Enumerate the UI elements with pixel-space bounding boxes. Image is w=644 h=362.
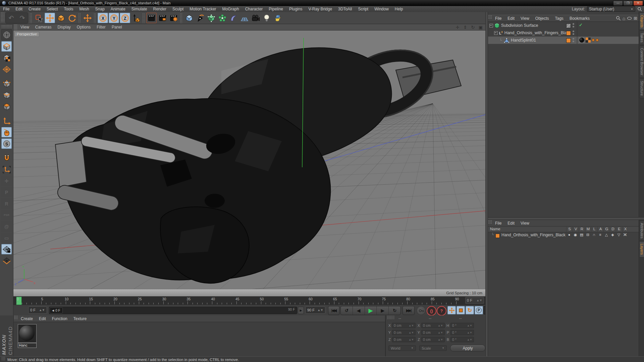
key-at-button[interactable]: @ <box>1 221 12 232</box>
rotation-h-field[interactable]: 0 °▲▼ <box>450 323 474 328</box>
material-menu-function[interactable]: Function <box>49 316 70 322</box>
layer-toggle-x-icon[interactable]: Ж <box>622 233 628 237</box>
layer-color-chip[interactable] <box>566 23 571 28</box>
visibility-dots[interactable] <box>573 31 574 35</box>
start-frame-field[interactable]: 0 F▲▼ <box>28 306 47 314</box>
timeline-ruler[interactable]: 0510152025303540455055606570758085900 F▲… <box>13 296 485 305</box>
goto-end-button[interactable]: ▶▶| <box>402 306 415 315</box>
quantize-magnet-button[interactable] <box>1 153 12 163</box>
expander-icon[interactable] <box>494 31 498 35</box>
toggle-view-icon[interactable]: ▣ <box>478 25 483 30</box>
camera-objects-button[interactable] <box>250 13 261 23</box>
tab-structure[interactable]: Structure <box>639 78 644 98</box>
render-picture-viewer-button[interactable] <box>157 13 168 23</box>
phong-dot-icon[interactable] <box>596 39 599 42</box>
filter-oval-icon[interactable] <box>627 16 632 21</box>
layer-color-chip[interactable] <box>566 31 571 36</box>
coordinate-space-select[interactable]: World▼ <box>388 345 416 351</box>
object-label[interactable]: Subdivision Surface <box>501 23 538 28</box>
cycle-forward-button[interactable]: ↻ <box>389 306 400 315</box>
current-frame-box[interactable]: 0 F▲▼ <box>465 297 484 304</box>
layer-toggle-a-icon[interactable]: ≡ <box>597 233 603 237</box>
menu-character[interactable]: Character <box>242 6 266 12</box>
menu-create[interactable]: Create <box>25 6 44 12</box>
end-frame-field[interactable]: 90 F▲▼ <box>305 306 325 314</box>
menu-sculpt[interactable]: Sculpt <box>169 6 186 12</box>
spline-pen-button[interactable] <box>195 13 205 23</box>
layer-toggle-m-icon[interactable]: ⊟ <box>585 233 591 237</box>
menu-pipeline[interactable]: Pipeline <box>266 6 286 12</box>
record-parameter-toggle[interactable]: P <box>475 306 483 314</box>
tab-takes[interactable]: Takes <box>639 31 644 45</box>
drag-handle[interactable] <box>1 12 5 22</box>
lock-y-axis-button[interactable]: Y <box>109 13 119 23</box>
enabled-check-icon[interactable]: ✓ <box>579 22 583 27</box>
next-frame-button[interactable]: ▶ <box>377 306 389 315</box>
layer-toggle-e-icon[interactable]: ▽ <box>616 233 622 237</box>
menu-motion-tracker[interactable]: Motion Tracker <box>186 6 219 12</box>
viewport-menu-display[interactable]: Display <box>54 24 73 30</box>
drag-handle[interactable] <box>14 315 18 319</box>
menu-render[interactable]: Render <box>150 6 169 12</box>
object-row[interactable]: └ HandSplint01 <box>488 37 639 44</box>
undo-button[interactable]: ↶ <box>6 13 16 23</box>
make-editable-button[interactable] <box>1 29 12 40</box>
home-icon[interactable]: ⌂ <box>623 16 625 21</box>
rotation-p-field[interactable]: 0 °▲▼ <box>450 330 474 335</box>
layer-color-chip[interactable] <box>566 38 571 43</box>
snap-settings-button[interactable]: S <box>1 138 12 149</box>
snap-toggle-button[interactable] <box>1 127 12 137</box>
object-label[interactable]: HandSplint01 <box>511 38 536 43</box>
goto-start-button[interactable]: |◀◀ <box>328 306 339 315</box>
material-tag-icon[interactable] <box>579 37 585 43</box>
position-x-field[interactable]: 0 cm▲▼ <box>392 323 416 328</box>
search-icon[interactable] <box>637 7 642 11</box>
texture-mode-button[interactable] <box>1 53 12 63</box>
drag-handle[interactable] <box>1 25 12 28</box>
copy-position-button[interactable]: P <box>1 187 12 197</box>
live-selection-tool[interactable] <box>34 13 44 23</box>
last-used-tool[interactable] <box>82 13 93 23</box>
layout-select[interactable]: Startup (User) ▼ <box>587 6 635 12</box>
vertical-splitter[interactable] <box>485 12 488 356</box>
render-settings-button[interactable] <box>168 13 179 23</box>
lock-z-axis-button[interactable]: Z <box>120 13 130 23</box>
scale-tool[interactable] <box>56 13 66 23</box>
autokeying-button[interactable]: ? <box>437 306 446 316</box>
copy-rotation-button[interactable]: R <box>1 198 12 209</box>
menu-tools[interactable]: Tools <box>61 6 76 12</box>
python-scripting-button[interactable] <box>272 13 283 23</box>
phong-dot-icon[interactable] <box>592 39 595 42</box>
workplane-axis-button[interactable] <box>1 164 12 175</box>
visibility-dots[interactable] <box>573 38 574 42</box>
column-header-g[interactable]: G <box>603 227 610 232</box>
zoom-view-icon[interactable]: ⇕ <box>463 25 468 30</box>
viewport-menu-cameras[interactable]: Cameras <box>32 24 55 30</box>
apply-button[interactable]: Apply <box>450 345 485 352</box>
record-scale-toggle[interactable] <box>457 306 465 314</box>
menu-animate[interactable]: Animate <box>108 6 128 12</box>
viewport-3d-scene[interactable]: YXZ Perspective <box>13 31 485 289</box>
planar-workplane-button[interactable] <box>1 255 12 266</box>
name-column-header[interactable]: Name <box>490 227 500 231</box>
position-y-field[interactable]: 0 cm▲▼ <box>392 330 416 335</box>
visibility-dots[interactable] <box>573 23 574 27</box>
menu-mograph[interactable]: MoGraph <box>219 6 242 12</box>
tab-layers[interactable]: Layers <box>639 241 644 257</box>
viewport-menu-options[interactable]: Options <box>74 24 94 30</box>
object-manager-menu-objects[interactable]: Objects <box>532 15 552 21</box>
column-header-d[interactable]: D <box>610 227 616 232</box>
layer-toggle-v-icon[interactable]: ◉ <box>573 233 579 237</box>
drag-handle[interactable] <box>488 220 492 224</box>
camera-label[interactable]: Perspective <box>14 32 39 37</box>
layer-manager-menu-view[interactable]: View <box>518 220 532 226</box>
column-header-r[interactable]: R <box>579 227 585 232</box>
menu-window[interactable]: Window <box>371 6 392 12</box>
drag-handle[interactable] <box>387 315 394 319</box>
drag-handle[interactable] <box>488 15 492 19</box>
move-tool[interactable] <box>45 13 55 23</box>
viewport-menu-filter[interactable]: Filter <box>94 24 109 30</box>
layer-toggle-s-icon[interactable]: ● <box>566 233 572 237</box>
uvw-tag-icon[interactable] <box>586 38 591 43</box>
menu-script[interactable]: Script <box>355 6 371 12</box>
